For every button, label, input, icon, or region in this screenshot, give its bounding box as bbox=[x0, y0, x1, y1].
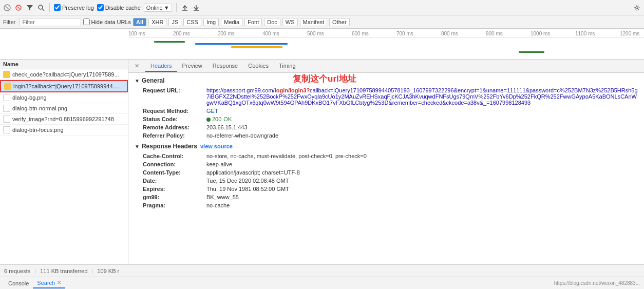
reload-icon[interactable] bbox=[14, 4, 23, 12]
collapse-icon: ▼ bbox=[135, 78, 140, 84]
date-label: Date: bbox=[143, 178, 204, 184]
tick-700: 700 ms bbox=[396, 31, 413, 36]
referrer-policy-label: Referrer Policy: bbox=[143, 132, 204, 139]
bottom-url: https://blog.csdn.net/weixin_482883... bbox=[554, 280, 640, 286]
ws-filter-button[interactable]: WS bbox=[282, 18, 298, 26]
chevron-down-icon: ▼ bbox=[164, 5, 169, 11]
timeline: 100 ms 200 ms 300 ms 400 ms 500 ms 600 m… bbox=[0, 29, 644, 60]
referrer-policy-row: Referrer Policy: no-referrer-when-downgr… bbox=[135, 132, 638, 139]
request-url-value: https://passport.gm99.com/login/login3?c… bbox=[206, 87, 638, 106]
tab-console[interactable]: Console bbox=[4, 279, 33, 288]
toolbar: Preserve log Disable cache Online ▼ bbox=[0, 0, 644, 15]
tick-800: 800 ms bbox=[441, 31, 458, 36]
tab-search[interactable]: Search ✕ bbox=[33, 278, 65, 288]
filter-icon[interactable] bbox=[26, 4, 34, 12]
filter-input[interactable] bbox=[20, 18, 81, 26]
tab-preview[interactable]: Preview bbox=[177, 61, 207, 72]
list-item[interactable]: check_code?callback=jQuery171097589... bbox=[0, 69, 128, 80]
list-item[interactable]: dialog-bg.png bbox=[0, 92, 128, 103]
timeline-bar-green-top bbox=[154, 41, 185, 43]
xhr-filter-button[interactable]: XHR bbox=[148, 18, 166, 26]
timeline-bar-orange bbox=[231, 46, 282, 48]
connection-value: keep-alive bbox=[206, 161, 232, 167]
tick-900: 900 ms bbox=[486, 31, 503, 36]
general-section-header[interactable]: ▼ General bbox=[135, 77, 638, 84]
download-icon[interactable] bbox=[192, 4, 200, 12]
preserve-log-checkbox[interactable]: Preserve log bbox=[54, 4, 94, 11]
filterbar: Filter Hide data URLs All XHR JS CSS Img… bbox=[0, 15, 644, 29]
stop-icon[interactable] bbox=[3, 4, 11, 12]
general-section-title: General bbox=[142, 77, 165, 84]
file-name: login3?callback=jQuery1710975899944.... bbox=[13, 83, 119, 89]
svg-line-3 bbox=[17, 7, 20, 9]
svg-point-11 bbox=[636, 6, 638, 8]
manifest-filter-button[interactable]: Manifest bbox=[300, 18, 328, 26]
status-code-number: 200 bbox=[212, 116, 221, 122]
list-item[interactable]: verify_image?rnd=0.8815996992291748 bbox=[0, 114, 128, 125]
css-filter-button[interactable]: CSS bbox=[183, 18, 201, 26]
request-url-row: Request URL: https://passport.gm99.com/l… bbox=[135, 87, 638, 106]
svg-line-6 bbox=[42, 9, 44, 11]
settings-icon[interactable] bbox=[633, 4, 641, 12]
referrer-policy-value: no-referrer-when-downgrade bbox=[206, 132, 278, 139]
hide-data-urls-checkbox[interactable]: Hide data URLs bbox=[83, 18, 131, 25]
content-type-label: Content-Type: bbox=[143, 169, 204, 176]
close-search-tab-icon[interactable]: ✕ bbox=[57, 280, 61, 285]
detail-content: 复制这个url地址 ▼ General Request URL: https:/… bbox=[128, 73, 644, 264]
list-item[interactable]: login3?callback=jQuery1710975899944.... bbox=[0, 80, 128, 92]
tabs-bar: ✕ Headers Preview Response Cookies Timin… bbox=[128, 60, 644, 73]
close-tab-icon[interactable]: ✕ bbox=[132, 62, 141, 70]
upload-icon[interactable] bbox=[181, 4, 189, 12]
tick-1100: 1100 ms bbox=[575, 31, 595, 36]
pragma-row: Pragma: no-cache bbox=[135, 202, 638, 208]
remote-address-row: Remote Address: 203.66.15.1:443 bbox=[135, 124, 638, 130]
url-prefix: https://passport.gm99.com/ bbox=[206, 87, 275, 93]
file-name: verify_image?rnd=0.8815996992291748 bbox=[12, 116, 114, 122]
cache-control-value: no-store, no-cache, must-revalidate, pos… bbox=[206, 153, 367, 159]
file-list-header: Name bbox=[0, 60, 128, 69]
pragma-value: no-cache bbox=[206, 202, 230, 208]
tab-timing[interactable]: Timing bbox=[274, 61, 301, 72]
doc-filter-button[interactable]: Doc bbox=[264, 18, 280, 26]
js-filter-button[interactable]: JS bbox=[168, 18, 181, 26]
main-area: Name check_code?callback=jQuery171097589… bbox=[0, 60, 644, 264]
request-method-row: Request Method: GET bbox=[135, 108, 638, 114]
disable-cache-checkbox[interactable]: Disable cache bbox=[97, 4, 141, 11]
online-dropdown[interactable]: Online ▼ bbox=[144, 4, 172, 12]
img-icon bbox=[3, 105, 10, 112]
media-filter-button[interactable]: Media bbox=[221, 18, 242, 26]
img-icon bbox=[3, 115, 10, 123]
js-icon bbox=[3, 71, 10, 78]
all-filter-button[interactable]: All bbox=[133, 18, 146, 26]
view-source-link[interactable]: view source bbox=[200, 143, 233, 149]
tick-500: 500 ms bbox=[307, 31, 324, 36]
response-headers-section-header[interactable]: ▼ Response Headers view source bbox=[135, 143, 638, 150]
tab-response[interactable]: Response bbox=[207, 61, 243, 72]
gm99-label: gm99: bbox=[143, 194, 204, 200]
img-icon bbox=[3, 126, 10, 133]
statusbar: 6 requests | 111 KB transferred | 109 KB… bbox=[0, 264, 644, 277]
tick-600: 600 ms bbox=[352, 31, 369, 36]
svg-marker-4 bbox=[27, 5, 33, 11]
list-item[interactable]: dialog-btn-focus.png bbox=[0, 125, 128, 136]
other-filter-button[interactable]: Other bbox=[329, 18, 350, 26]
search-icon[interactable] bbox=[37, 4, 45, 12]
date-row: Date: Tue, 15 Dec 2020 02:08:48 GMT bbox=[135, 178, 638, 184]
tick-1000: 1000 ms bbox=[531, 31, 550, 36]
tick-100: 100 ms bbox=[128, 31, 145, 36]
gm99-row: gm99: BK_www_55 bbox=[135, 194, 638, 200]
bottombar: Console Search ✕ https://blog.csdn.net/w… bbox=[0, 277, 644, 289]
tab-cookies[interactable]: Cookies bbox=[243, 61, 274, 72]
tick-300: 300 ms bbox=[218, 31, 235, 36]
expires-value: Thu, 19 Nov 1981 08:52:00 GMT bbox=[206, 186, 289, 192]
pragma-label: Pragma: bbox=[143, 202, 204, 208]
font-filter-button[interactable]: Font bbox=[244, 18, 262, 26]
img-filter-button[interactable]: Img bbox=[203, 18, 219, 26]
tab-headers[interactable]: Headers bbox=[145, 61, 177, 72]
gm99-value: BK_www_55 bbox=[206, 194, 239, 200]
timeline-bar-blue bbox=[195, 43, 288, 45]
svg-point-5 bbox=[39, 5, 43, 9]
svg-line-1 bbox=[6, 6, 9, 9]
transferred-size: 111 KB transferred bbox=[40, 268, 87, 274]
list-item[interactable]: dialog-btn-normal.png bbox=[0, 103, 128, 114]
